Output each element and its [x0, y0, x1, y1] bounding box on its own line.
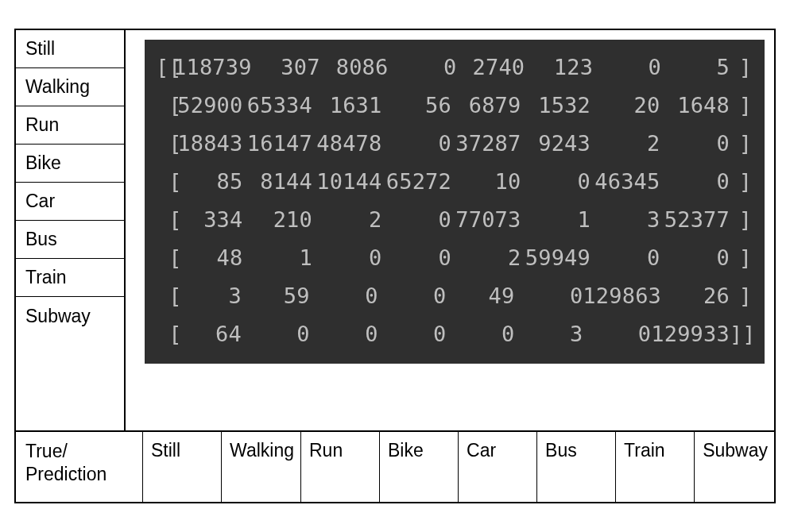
bracket-close: ]: [730, 207, 752, 232]
matrix-row: [188431614748478037287924320]: [156, 124, 752, 162]
matrix-cell: 64: [173, 322, 242, 346]
matrix-cell: 0: [521, 169, 591, 194]
matrix-cell: 48478: [312, 131, 382, 156]
matrix-cell: 2740: [456, 55, 525, 79]
matrix-cell: 1: [521, 207, 591, 232]
bracket-open: [: [156, 169, 173, 194]
matrix-cell: 0: [382, 131, 452, 156]
matrix-row: [64000030129933]]: [156, 314, 752, 353]
matrix-cell: 1631: [312, 93, 382, 118]
spacer-left: [16, 373, 126, 430]
matrix-cell: 3: [514, 322, 583, 346]
row-label: Car: [16, 183, 124, 221]
matrix-cell: 0: [660, 169, 730, 194]
bracket-open: [: [156, 93, 173, 118]
bracket-open: [: [156, 322, 173, 346]
matrix-cell: 210: [243, 207, 313, 232]
matrix-row: [529006533416315668791532201648]: [156, 86, 752, 124]
matrix-cell: 6879: [451, 93, 521, 118]
matrix-cell: 5: [661, 55, 730, 79]
matrix-cell: 0: [310, 322, 378, 346]
matrix-cell: 0: [378, 283, 447, 308]
bracket-close: ]: [730, 131, 752, 156]
row-label: Still: [16, 30, 124, 68]
matrix-row: [3590049012986326]: [156, 276, 752, 314]
matrix-cell: 52377: [660, 207, 730, 232]
matrix-row: [4810025994900]: [156, 238, 752, 276]
matrix-code-block: [[11873930780860274012305] [529006533416…: [145, 40, 765, 364]
row-labels: Still Walking Run Bike Car Bus Train Sub…: [16, 30, 126, 373]
col-label: Still: [143, 432, 222, 502]
matrix-cell: 0: [310, 283, 378, 308]
matrix-cell: 0: [447, 322, 515, 346]
bracket-open: [: [156, 131, 173, 156]
matrix-cell: 9243: [521, 131, 591, 156]
matrix-cell: 1532: [521, 93, 591, 118]
matrix-cell: 123: [525, 55, 593, 79]
matrix-cell: 129933: [651, 322, 730, 346]
matrix-cell: 0: [593, 55, 661, 79]
matrix-row: [8581441014465272100463450]: [156, 162, 752, 200]
matrix-cell: 0: [242, 322, 310, 346]
bracket-open: [: [156, 245, 173, 270]
matrix-cell: 0: [312, 245, 382, 270]
row-label: Subway: [16, 297, 124, 335]
spacer-right: [126, 373, 774, 430]
matrix-cell: 2: [451, 245, 521, 270]
bracket-close: ]: [730, 169, 752, 194]
row-label: Bike: [16, 145, 124, 183]
matrix-cell: 26: [661, 283, 730, 308]
col-label: Subway: [695, 432, 774, 502]
matrix-cell: 65334: [243, 93, 313, 118]
col-label: Bike: [380, 432, 459, 502]
page-frame: Still Walking Run Bike Car Bus Train Sub…: [0, 0, 790, 532]
matrix-cell: 20: [591, 93, 660, 118]
column-labels: Still Walking Run Bike Car Bus Train Sub…: [143, 432, 774, 502]
matrix-cell: 334: [173, 207, 243, 232]
matrix-cell: 59: [242, 283, 310, 308]
bracket-close: ]: [730, 55, 752, 79]
top-section: Still Walking Run Bike Car Bus Train Sub…: [16, 30, 774, 373]
bracket-close: ]: [730, 283, 752, 308]
bracket-open: [[: [156, 55, 173, 79]
col-label: Car: [459, 432, 537, 502]
matrix-cell: 85: [173, 169, 243, 194]
spacer-row: [16, 373, 774, 430]
bracket-close: ]: [730, 245, 752, 270]
matrix-row: [33421020770731352377]: [156, 200, 752, 238]
matrix-cell: 65272: [382, 169, 452, 194]
matrix-cell: 16147: [243, 131, 313, 156]
matrix-cell: 46345: [591, 169, 660, 194]
col-label: Bus: [537, 432, 616, 502]
matrix-cell: 1648: [660, 93, 730, 118]
matrix-cell: 0: [382, 245, 452, 270]
row-label: Train: [16, 259, 124, 297]
matrix-cell: 2: [591, 131, 660, 156]
matrix-cell: 8144: [243, 169, 313, 194]
matrix-cell: 3: [591, 207, 660, 232]
col-label: Walking: [222, 432, 301, 502]
matrix-cell: 8086: [320, 55, 389, 79]
matrix-cell: 10: [451, 169, 521, 194]
matrix-cell: 0: [382, 207, 452, 232]
matrix-cell: 48: [173, 245, 243, 270]
matrix-cell: 0: [514, 283, 583, 308]
matrix-cell: 0: [378, 322, 447, 346]
row-label: Bus: [16, 221, 124, 259]
matrix-cell: 37287: [451, 131, 521, 156]
matrix-cell: 59949: [521, 245, 591, 270]
axis-label: True/ Prediction: [16, 432, 143, 502]
matrix-cell: 0: [591, 245, 660, 270]
matrix-cell: 10144: [312, 169, 382, 194]
matrix-cell: 1: [243, 245, 313, 270]
matrix-cell: 307: [252, 55, 320, 79]
matrix-cell: 0: [389, 55, 457, 79]
matrix-cell: 0: [583, 322, 651, 346]
confusion-matrix-figure: Still Walking Run Bike Car Bus Train Sub…: [14, 29, 776, 503]
matrix-cell: 118739: [173, 55, 252, 79]
matrix-cell: 2: [312, 207, 382, 232]
bracket-close: ]: [730, 93, 752, 118]
matrix-cell: 49: [447, 283, 515, 308]
row-label: Run: [16, 106, 124, 145]
footer-row: True/ Prediction Still Walking Run Bike …: [16, 430, 774, 502]
